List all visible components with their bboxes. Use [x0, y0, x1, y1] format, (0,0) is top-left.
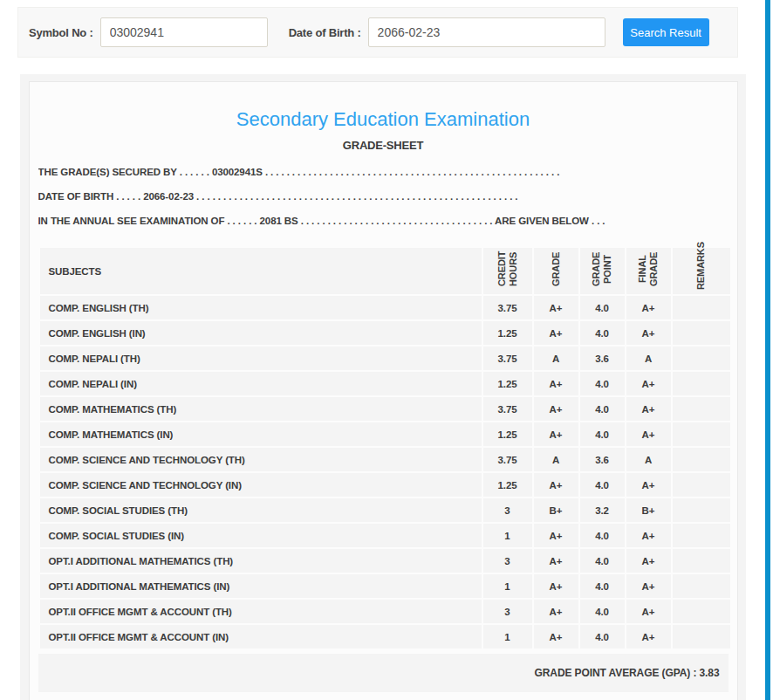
search-form: Symbol No : Date of Birth : Search Resul… [17, 7, 738, 58]
remarks-cell [672, 548, 731, 573]
grade-cell: A+ [533, 396, 579, 422]
header-grade-point: GRADE POINT [579, 247, 626, 295]
symbol-no-label: Symbol No : [29, 26, 93, 39]
table-row: COMP. NEPALI (TH) 3.75 A 3.6 A [39, 346, 731, 371]
credit-cell: 1.25 [482, 320, 533, 346]
final-grade-cell: B+ [626, 498, 672, 523]
point-cell: 4.0 [579, 371, 626, 396]
grade-cell: B+ [533, 498, 579, 523]
search-result-button[interactable]: Search Result [623, 18, 709, 46]
point-cell: 4.0 [579, 573, 626, 599]
date-of-birth-line: DATE OF BIRTH . . . . . 2066-02-23 . . .… [38, 190, 729, 202]
table-header-row: SUBJECTS CREDIT HOURS GRADE GRADE POINT … [39, 247, 731, 295]
remarks-cell [672, 498, 731, 523]
candidate-info: THE GRADE(S) SECURED BY . . . . . . 0300… [38, 166, 729, 227]
subject-cell: COMP. MATHEMATICS (TH) [39, 396, 482, 422]
grade-cell: A+ [533, 573, 579, 599]
grade-sheet-card: Secondary Education Examination GRADE-SH… [29, 81, 738, 700]
subject-cell: COMP. ENGLISH (TH) [39, 295, 482, 320]
subject-cell: COMP. ENGLISH (IN) [39, 320, 482, 346]
point-cell: 4.0 [579, 422, 626, 447]
point-cell: 4.0 [579, 320, 626, 346]
credit-cell: 1 [482, 624, 533, 649]
grade-cell: A+ [533, 422, 579, 447]
credit-cell: 3.75 [482, 346, 533, 371]
point-cell: 4.0 [579, 295, 626, 320]
result-panel: Secondary Education Examination GRADE-SH… [20, 74, 746, 700]
final-grade-cell: A+ [626, 599, 672, 624]
final-grade-cell: A+ [626, 548, 672, 573]
table-row: COMP. SCIENCE AND TECHNOLOGY (IN) 1.25 A… [39, 472, 731, 498]
grade-cell: A [533, 447, 579, 472]
remarks-cell [672, 371, 731, 396]
grades-table: SUBJECTS CREDIT HOURS GRADE GRADE POINT … [38, 246, 732, 650]
final-grade-cell: A+ [626, 295, 672, 320]
subject-cell: COMP. SCIENCE AND TECHNOLOGY (TH) [39, 447, 482, 472]
credit-cell: 1.25 [482, 422, 533, 447]
grade-sheet-subtitle: GRADE-SHEET [30, 139, 737, 152]
credit-cell: 3.75 [482, 295, 533, 320]
remarks-cell [672, 422, 731, 447]
credit-cell: 1 [482, 523, 533, 548]
remarks-cell [672, 295, 731, 320]
header-grade: GRADE [533, 247, 579, 295]
point-cell: 4.0 [579, 523, 626, 548]
date-of-birth-input[interactable] [368, 17, 605, 47]
date-of-birth-label: Date of Birth : [289, 26, 361, 39]
grade-cell: A+ [533, 295, 579, 320]
final-grade-cell: A+ [626, 624, 672, 649]
remarks-cell [672, 523, 731, 548]
symbol-no-input[interactable] [100, 17, 268, 47]
credit-cell: 3.75 [482, 396, 533, 422]
remarks-cell [672, 396, 731, 422]
grade-cell: A+ [533, 548, 579, 573]
header-credit-hours: CREDIT HOURS [482, 247, 533, 295]
subject-cell: OPT.II OFFICE MGMT & ACCOUNT (IN) [39, 624, 482, 649]
final-grade-cell: A+ [626, 396, 672, 422]
table-row: COMP. MATHEMATICS (TH) 3.75 A+ 4.0 A+ [39, 396, 731, 422]
credit-cell: 1.25 [482, 472, 533, 498]
subject-cell: COMP. MATHEMATICS (IN) [39, 422, 482, 447]
final-grade-cell: A [626, 346, 672, 371]
table-row: COMP. ENGLISH (IN) 1.25 A+ 4.0 A+ [39, 320, 731, 346]
subject-cell: COMP. SCIENCE AND TECHNOLOGY (IN) [39, 472, 482, 498]
table-row: OPT.II OFFICE MGMT & ACCOUNT (IN) 1 A+ 4… [39, 624, 731, 649]
table-row: COMP. SOCIAL STUDIES (TH) 3 B+ 3.2 B+ [39, 498, 731, 523]
header-subjects: SUBJECTS [39, 247, 482, 295]
table-row: OPT.II OFFICE MGMT & ACCOUNT (TH) 3 A+ 4… [39, 599, 731, 624]
credit-cell: 3 [482, 498, 533, 523]
point-cell: 4.0 [579, 624, 626, 649]
table-row: COMP. SOCIAL STUDIES (IN) 1 A+ 4.0 A+ [39, 523, 731, 548]
subject-cell: COMP. SOCIAL STUDIES (TH) [39, 498, 482, 523]
grade-cell: A [533, 346, 579, 371]
final-grade-cell: A+ [626, 320, 672, 346]
credit-cell: 3.75 [482, 447, 533, 472]
subject-cell: OPT.I ADDITIONAL MATHEMATICS (TH) [39, 548, 482, 573]
point-cell: 3.2 [579, 498, 626, 523]
point-cell: 4.0 [579, 599, 626, 624]
remarks-cell [672, 447, 731, 472]
grade-cell: A+ [533, 624, 579, 649]
final-grade-cell: A+ [626, 371, 672, 396]
subject-cell: COMP. NEPALI (IN) [39, 371, 482, 396]
final-grade-cell: A [626, 447, 672, 472]
grade-cell: A+ [533, 599, 579, 624]
remarks-cell [672, 624, 731, 649]
header-final-grade: FINAL GRADE [626, 247, 672, 295]
final-grade-cell: A+ [626, 573, 672, 599]
credit-cell: 1 [482, 573, 533, 599]
table-row: COMP. SCIENCE AND TECHNOLOGY (TH) 3.75 A… [39, 447, 731, 472]
final-grade-cell: A+ [626, 422, 672, 447]
right-edge-accent-bar [765, 0, 770, 700]
point-cell: 3.6 [579, 346, 626, 371]
point-cell: 3.6 [579, 447, 626, 472]
credit-cell: 3 [482, 599, 533, 624]
gpa-summary: GRADE POINT AVERAGE (GPA) : 3.83 [38, 654, 729, 692]
grade-cell: A+ [533, 371, 579, 396]
grade-cell: A+ [533, 472, 579, 498]
secured-by-line: THE GRADE(S) SECURED BY . . . . . . 0300… [38, 166, 729, 178]
final-grade-cell: A+ [626, 523, 672, 548]
remarks-cell [672, 573, 731, 599]
subject-cell: COMP. SOCIAL STUDIES (IN) [39, 523, 482, 548]
remarks-cell [672, 472, 731, 498]
